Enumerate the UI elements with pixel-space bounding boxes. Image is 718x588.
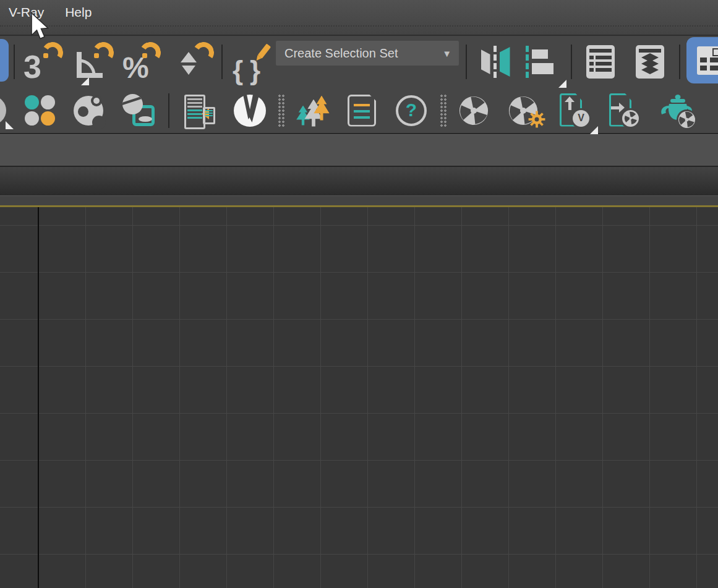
- sphere-icon: [122, 94, 143, 114]
- align-shapes: [532, 49, 553, 74]
- toggle-scene-explorer-button[interactable]: [586, 45, 615, 79]
- panel-header: [639, 49, 661, 53]
- toolbar-separator: [571, 45, 572, 79]
- chaos-cosmos-button[interactable]: [459, 96, 489, 126]
- toggle-ribbon-button[interactable]: [686, 37, 718, 83]
- application-window: V-Ray Help 3 %: [0, 0, 718, 588]
- viewport-top-strip: [0, 195, 718, 205]
- magnet-pole-dot: [94, 53, 99, 58]
- flyout-indicator: [590, 126, 598, 134]
- sample-sphere: [41, 95, 55, 109]
- chaos-cloud-render-button[interactable]: [659, 94, 694, 127]
- vray-logo-button[interactable]: [234, 95, 266, 127]
- toolbar-separator: [14, 45, 15, 79]
- toolbar-separator: [466, 45, 467, 79]
- percent-snap-toggle-button[interactable]: %: [124, 43, 162, 80]
- chaos-scatter-button[interactable]: [296, 93, 330, 128]
- grid-origin-axis: [38, 207, 39, 588]
- pencil-icon: [255, 43, 271, 61]
- angle-snap-toggle-button[interactable]: [74, 43, 115, 80]
- toolbar-drag-handle[interactable]: [277, 93, 284, 128]
- dropdown-value: Create Selection Set: [284, 46, 442, 61]
- material-editor-button[interactable]: [25, 95, 56, 126]
- render-setup-button[interactable]: [74, 96, 103, 126]
- align-button[interactable]: [526, 45, 563, 79]
- mirror-axis-dashed-line: [494, 46, 497, 78]
- edit-named-selection-sets-button[interactable]: { }: [231, 43, 267, 80]
- empty-toolbar-strip: [0, 134, 718, 167]
- spinner-down-arrow: [182, 66, 195, 75]
- magnet-pole-dot: [142, 53, 147, 58]
- secondary-toolbar: ?: [0, 88, 718, 134]
- vray-help-button[interactable]: ?: [396, 95, 427, 126]
- snap-3d-glyph: 3: [24, 51, 41, 83]
- gear-icon: [528, 111, 545, 128]
- perspective-viewport[interactable]: [0, 205, 718, 588]
- main-toolbar: 3 % { }: [0, 36, 718, 88]
- menu-bar: V-Ray Help: [0, 0, 718, 36]
- active-button-partial[interactable]: [0, 39, 9, 82]
- sample-sphere: [25, 111, 39, 126]
- vray-logo-icon: [234, 95, 266, 127]
- align-axis-dashed-line: [526, 46, 529, 78]
- magnet-icon: [40, 40, 65, 65]
- menubar-dotted-separator: [0, 25, 718, 27]
- snap-toggle-3d-button[interactable]: 3: [24, 43, 64, 80]
- right-arrow-icon: [611, 103, 625, 113]
- panel-header: [589, 49, 612, 53]
- up-arrow-icon: [565, 96, 575, 110]
- sample-sphere: [25, 95, 39, 109]
- rendered-frame-window-button[interactable]: [122, 94, 155, 127]
- ribbon-window-icon: [697, 46, 718, 75]
- flyout-indicator: [6, 121, 14, 129]
- chaos-badge-icon: [622, 110, 639, 127]
- vray-badge-icon: V: [573, 110, 589, 127]
- named-selection-set-dropdown[interactable]: Create Selection Set ▼: [276, 41, 459, 66]
- layer-diamond: [641, 66, 659, 74]
- vray-scene-export-button[interactable]: [608, 93, 639, 128]
- magnet-pole-dot: [43, 53, 48, 58]
- chaos-badge-icon: [678, 111, 695, 128]
- small-list-icon: [203, 107, 215, 124]
- chaos-fan-icon: [459, 96, 489, 126]
- spinner-snap-toggle-button[interactable]: [178, 43, 215, 80]
- light-lister-button[interactable]: [184, 93, 215, 128]
- vray-log-button[interactable]: [348, 95, 376, 127]
- mouse-cursor: [30, 12, 52, 43]
- question-mark-icon: ?: [406, 100, 417, 121]
- brace-glyph: {: [233, 57, 243, 84]
- sample-sphere: [41, 111, 55, 126]
- viewport-caption-bar: [0, 167, 718, 195]
- material-editor-sphere-partial[interactable]: [0, 96, 6, 125]
- mirror-button[interactable]: [476, 45, 515, 79]
- toolbar-separator: [168, 93, 169, 128]
- mirror-source-shape: [481, 49, 490, 74]
- flyout-indicator: [558, 80, 566, 88]
- toolbar-separator: [221, 45, 223, 79]
- chaos-cosmos-settings-button[interactable]: [508, 96, 542, 126]
- chevron-down-icon: ▼: [442, 48, 451, 59]
- toggle-layer-explorer-button[interactable]: [636, 45, 664, 79]
- toolbar-drag-handle[interactable]: [439, 93, 447, 128]
- menu-item-help[interactable]: Help: [54, 0, 102, 20]
- vray-scene-upload-button[interactable]: V: [558, 93, 589, 128]
- toolbar-separator: [679, 45, 680, 79]
- mirror-result-shape: [500, 47, 510, 77]
